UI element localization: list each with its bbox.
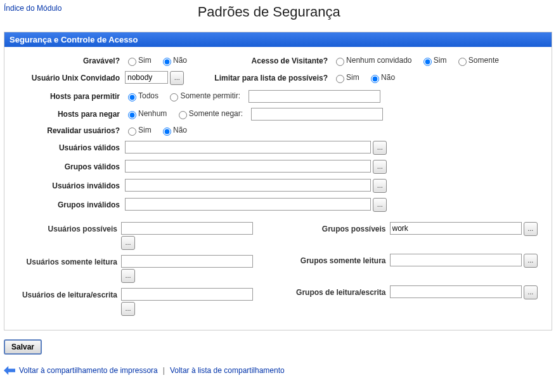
hosts-deny-only-text: Somente negar: [189, 109, 243, 118]
arrow-left-icon [4, 366, 15, 375]
hosts-allow-only-option[interactable]: Somente permitir: [167, 91, 240, 100]
hosts-allow-label: Hosts para permitir [10, 88, 122, 105]
limit-possible-label: Limitar para lista de possíveis? [212, 69, 330, 88]
hosts-allow-value: Todos Somente permitir: [122, 88, 546, 105]
limit-yes-text: Sim [346, 73, 359, 82]
ro-groups-label: Grupos somente leitura [278, 254, 390, 265]
writable-no-text: Não [173, 56, 187, 65]
revalidate-value: Sim Não [122, 123, 546, 138]
module-index-link[interactable]: Índice do Módulo [4, 4, 61, 13]
valid-groups-browse-button[interactable]: ... [373, 160, 387, 174]
invalid-groups-browse-button[interactable]: ... [373, 198, 387, 212]
writable-label: Gravável? [10, 53, 122, 69]
guest-access-value: Nenhum convidado Sim Somente [330, 53, 546, 69]
guest-none-radio[interactable] [336, 58, 344, 66]
limit-no-text: Não [381, 73, 395, 82]
revalidate-yes-option[interactable]: Sim [125, 126, 152, 134]
hosts-deny-only-radio[interactable] [179, 111, 187, 119]
revalidate-no-option[interactable]: Não [160, 126, 187, 134]
possible-users-browse-button[interactable]: ... [121, 236, 135, 250]
invalid-users-label: Usuários inválidos [10, 176, 122, 195]
guest-yes-radio[interactable] [423, 58, 432, 66]
ro-users-input[interactable] [121, 255, 253, 268]
ro-users-browse-button[interactable]: ... [121, 269, 135, 283]
guest-only-text: Somente [469, 56, 499, 65]
possible-groups-label: Grupos possíveis [278, 222, 390, 233]
save-button[interactable]: Salvar [4, 339, 42, 355]
valid-users-browse-button[interactable]: ... [373, 141, 387, 155]
rw-groups-input[interactable] [390, 285, 522, 298]
invalid-groups-value: ... [122, 195, 546, 214]
writable-yes-text: Sim [138, 56, 152, 65]
hosts-deny-only-option[interactable]: Somente negar: [176, 109, 243, 118]
limit-yes-option[interactable]: Sim [333, 73, 359, 82]
rw-groups-browse-button[interactable]: ... [524, 285, 538, 299]
invalid-users-browse-button[interactable]: ... [373, 179, 387, 193]
valid-groups-label: Grupos válidos [10, 157, 122, 176]
hosts-deny-none-option[interactable]: Nenhum [125, 109, 167, 118]
revalidate-label: Revalidar usuários? [10, 123, 122, 138]
revalidate-no-radio[interactable] [163, 127, 171, 136]
possible-users-label: Usuários possíveis [10, 222, 121, 233]
limit-yes-radio[interactable] [336, 75, 344, 83]
hosts-allow-only-text: Somente permitir: [180, 91, 240, 100]
hosts-deny-input[interactable] [251, 108, 383, 121]
rw-users-input[interactable] [121, 288, 253, 301]
back-printer-link[interactable]: Voltar à compartilhamento de impressora [19, 366, 158, 375]
invalid-users-value: ... [122, 176, 546, 195]
hosts-allow-all-text: Todos [138, 91, 158, 100]
guest-unix-input[interactable] [125, 71, 168, 84]
hosts-deny-none-text: Nenhum [138, 109, 167, 118]
panel-header: Segurança e Controle de Acesso [4, 32, 552, 47]
hosts-deny-none-radio[interactable] [128, 111, 136, 119]
hosts-deny-value: Nenhum Somente negar: [122, 105, 546, 123]
valid-users-input[interactable] [125, 141, 371, 154]
hosts-allow-only-radio[interactable] [170, 93, 178, 101]
guest-none-option[interactable]: Nenhum convidado [333, 56, 411, 65]
lower-grid: Usuários possíveis ... Usuários somente … [10, 222, 546, 321]
rw-users-label: Usuários de leitura/escrita [10, 288, 121, 299]
ro-groups-browse-button[interactable]: ... [524, 254, 538, 268]
writable-yes-option[interactable]: Sim [125, 56, 152, 65]
valid-groups-value: ... [122, 157, 546, 176]
hosts-allow-input[interactable] [249, 90, 380, 103]
limit-no-option[interactable]: Não [368, 73, 395, 82]
valid-users-label: Usuários válidos [10, 138, 122, 157]
rw-groups-label: Grupos de leitura/escrita [278, 285, 390, 297]
writable-value: Sim Não [122, 53, 212, 69]
valid-users-value: ... [122, 138, 546, 157]
guest-access-label: Acesso de Visitante? [212, 53, 330, 69]
limit-possible-value: Sim Não [330, 69, 546, 88]
possible-groups-browse-button[interactable]: ... [524, 222, 538, 236]
footer-links: Voltar à compartilhamento de impressora … [4, 366, 552, 375]
possible-groups-input[interactable] [390, 222, 522, 235]
writable-no-option[interactable]: Não [160, 56, 187, 65]
guest-unix-browse-button[interactable]: ... [170, 71, 184, 85]
security-panel: Segurança e Controle de Acesso Gravável?… [4, 32, 552, 330]
guest-yes-option[interactable]: Sim [420, 56, 447, 65]
hosts-allow-all-option[interactable]: Todos [125, 91, 158, 100]
invalid-users-input[interactable] [125, 179, 371, 192]
revalidate-yes-radio[interactable] [128, 127, 136, 136]
ro-groups-input[interactable] [390, 254, 522, 266]
writable-no-radio[interactable] [163, 58, 171, 66]
page-title: Padrões de Segurança [61, 4, 476, 20]
guest-none-text: Nenhum convidado [346, 56, 411, 65]
rw-users-browse-button[interactable]: ... [121, 302, 135, 316]
invalid-groups-input[interactable] [125, 198, 371, 211]
valid-groups-input[interactable] [125, 160, 371, 173]
back-list-link[interactable]: Voltar à lista de compartilhamento [170, 366, 285, 375]
guest-unix-value: ... [122, 69, 212, 88]
guest-only-option[interactable]: Somente [455, 56, 499, 65]
guest-yes-text: Sim [434, 56, 447, 65]
form-table: Gravável? Sim Não Acesso de Visitante? N… [10, 53, 546, 214]
revalidate-no-text: Não [173, 126, 187, 134]
footer-separator: | [163, 366, 165, 375]
possible-users-input[interactable] [121, 222, 253, 235]
guest-only-radio[interactable] [458, 58, 467, 66]
writable-yes-radio[interactable] [128, 58, 136, 66]
hosts-allow-all-radio[interactable] [128, 93, 136, 101]
limit-no-radio[interactable] [371, 75, 379, 83]
hosts-deny-label: Hosts para negar [10, 105, 122, 123]
guest-unix-label: Usuário Unix Convidado [10, 69, 122, 88]
